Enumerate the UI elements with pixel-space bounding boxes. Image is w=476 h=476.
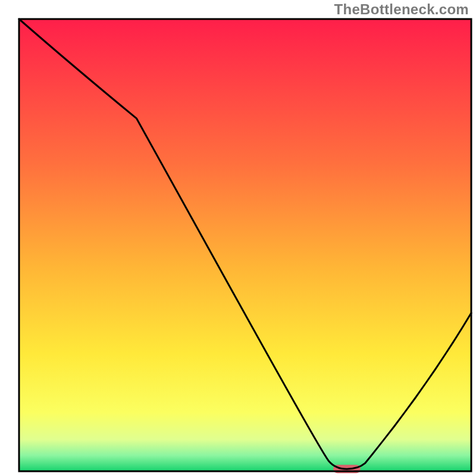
- bottleneck-chart: [0, 0, 476, 476]
- plot-background: [19, 19, 471, 471]
- chart-container: TheBottleneck.com: [0, 0, 476, 476]
